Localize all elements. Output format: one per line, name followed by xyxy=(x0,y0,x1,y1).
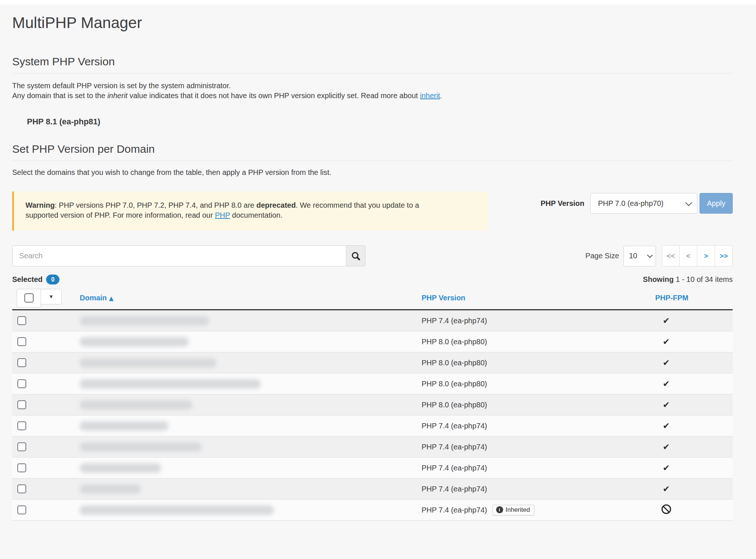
table-header-row: ▾ Domain▲ PHP Version PHP-FPM xyxy=(12,287,733,310)
warning-label: Warning xyxy=(25,201,55,209)
search-icon xyxy=(351,251,361,261)
select-all-split-button: ▾ xyxy=(17,289,80,307)
table-row: PHP 7.4 (ea-php74) ✔ xyxy=(12,310,733,331)
php-version-label: PHP Version xyxy=(540,199,584,208)
page-size-value: 10 xyxy=(629,252,637,260)
multiphp-manager-page: MultiPHP Manager System PHP Version The … xyxy=(12,14,733,521)
warning-and-apply-row: Warning: PHP versions PHP 7.0, PHP 7.2, … xyxy=(12,191,733,231)
inherited-badge: i Inherited xyxy=(492,505,535,515)
showing-items-text: Showing 1 - 10 of 34 items xyxy=(643,275,733,284)
row-php-version: PHP 7.4 (ea-php74) xyxy=(422,506,487,514)
redacted-domain-name xyxy=(80,442,202,452)
row-checkbox[interactable] xyxy=(17,463,26,472)
select-all-checkbox[interactable] xyxy=(24,293,34,303)
row-php-version: PHP 7.4 (ea-php74) xyxy=(422,422,487,430)
page-title: MultiPHP Manager xyxy=(12,14,733,32)
column-header-php-version[interactable]: PHP Version xyxy=(422,294,655,302)
fpm-enabled-check-icon: ✔ xyxy=(663,442,670,452)
system-php-description: The system default PHP version is set by… xyxy=(12,81,733,101)
row-php-version: PHP 8.0 (ea-php80) xyxy=(422,401,487,409)
row-checkbox[interactable] xyxy=(17,442,26,451)
row-php-version: PHP 8.0 (ea-php80) xyxy=(422,338,487,346)
inherited-badge-label: Inherited xyxy=(506,506,530,514)
set-php-version-heading: Set PHP Version per Domain xyxy=(12,143,733,161)
inherit-link[interactable]: inherit xyxy=(420,92,440,100)
system-php-version-heading: System PHP Version xyxy=(12,55,733,73)
row-php-version: PHP 8.0 (ea-php80) xyxy=(422,380,487,388)
row-checkbox[interactable] xyxy=(17,421,26,430)
top-strip xyxy=(0,0,756,4)
redacted-domain-name xyxy=(80,316,209,325)
php-doc-link[interactable]: PHP xyxy=(215,211,230,219)
row-checkbox[interactable] xyxy=(17,316,26,325)
row-checkbox[interactable] xyxy=(17,505,26,514)
redacted-domain-name xyxy=(80,463,161,473)
system-php-description-line2: Any domain that is set to the inherit va… xyxy=(12,91,733,101)
selected-group: Selected 0 xyxy=(12,275,59,284)
system-php-description-line1: The system default PHP version is set by… xyxy=(12,81,733,91)
fpm-enabled-check-icon: ✔ xyxy=(663,316,670,325)
chevron-down-icon xyxy=(685,199,692,206)
redacted-domain-name xyxy=(80,505,274,515)
selected-label: Selected xyxy=(12,275,42,284)
search-button[interactable] xyxy=(346,245,365,266)
table-toolbar: Page Size 10 << < > >> xyxy=(12,245,733,266)
next-page-button[interactable]: > xyxy=(697,245,715,266)
apply-button[interactable]: Apply xyxy=(700,193,733,214)
column-header-domain[interactable]: Domain▲ xyxy=(80,294,422,302)
row-checkbox[interactable] xyxy=(17,379,26,388)
table-row: PHP 7.4 (ea-php74) i Inherited xyxy=(12,500,733,521)
fpm-enabled-check-icon: ✔ xyxy=(663,337,670,346)
inherit-italic: inherit xyxy=(107,92,127,100)
row-php-version: PHP 8.0 (ea-php80) xyxy=(422,359,487,367)
row-checkbox[interactable] xyxy=(17,358,26,367)
redacted-domain-name xyxy=(80,379,261,389)
redacted-domain-name xyxy=(80,484,141,494)
column-header-php-fpm[interactable]: PHP-FPM xyxy=(655,294,733,302)
fpm-disabled-prohibited-icon xyxy=(662,504,671,514)
fpm-enabled-check-icon: ✔ xyxy=(663,400,670,410)
table-row: PHP 7.4 (ea-php74) ✔ xyxy=(12,479,733,500)
php-version-select-value: PHP 7.0 (ea-php70) xyxy=(598,199,664,208)
search-input[interactable] xyxy=(12,245,346,266)
info-icon: i xyxy=(496,506,503,513)
chevron-down-icon xyxy=(647,252,653,258)
table-row: PHP 8.0 (ea-php80) ✔ xyxy=(12,352,733,373)
fpm-enabled-check-icon: ✔ xyxy=(663,379,670,389)
row-php-version: PHP 7.4 (ea-php74) xyxy=(422,464,487,472)
pagination-controls: Page Size 10 << < > >> xyxy=(585,245,733,266)
row-checkbox[interactable] xyxy=(17,337,26,346)
row-php-version: PHP 7.4 (ea-php74) xyxy=(422,485,487,493)
select-all-checkbox-button[interactable] xyxy=(17,289,41,307)
table-row: PHP 8.0 (ea-php80) ✔ xyxy=(12,373,733,394)
redacted-domain-name xyxy=(80,400,192,410)
row-php-version: PHP 7.4 (ea-php74) xyxy=(422,317,487,325)
sort-asc-icon: ▲ xyxy=(109,295,113,302)
table-row: PHP 7.4 (ea-php74) ✔ xyxy=(12,458,733,479)
selected-count-badge: 0 xyxy=(46,275,59,284)
previous-page-button[interactable]: < xyxy=(680,245,697,266)
selection-status-row: Selected 0 Showing 1 - 10 of 34 items xyxy=(12,275,733,284)
redacted-domain-name xyxy=(80,421,168,431)
fpm-enabled-check-icon: ✔ xyxy=(663,421,670,431)
table-row: PHP 7.4 (ea-php74) ✔ xyxy=(12,436,733,458)
system-php-current-version: PHP 8.1 (ea-php81) xyxy=(27,117,733,127)
php-version-apply-controls: PHP Version PHP 7.0 (ea-php70) Apply xyxy=(540,193,733,214)
table-row: PHP 7.4 (ea-php74) ✔ xyxy=(12,415,733,436)
table-row: PHP 8.0 (ea-php80) ✔ xyxy=(12,331,733,352)
page-size-select[interactable]: 10 xyxy=(623,246,656,266)
fpm-enabled-check-icon: ✔ xyxy=(663,463,670,473)
caret-down-icon: ▾ xyxy=(49,294,52,300)
row-checkbox[interactable] xyxy=(17,400,26,409)
deprecation-warning-box: Warning: PHP versions PHP 7.0, PHP 7.2, … xyxy=(12,191,488,231)
last-page-button[interactable]: >> xyxy=(715,245,733,266)
select-menu-toggle-button[interactable]: ▾ xyxy=(41,289,62,304)
row-php-version: PHP 7.4 (ea-php74) xyxy=(422,443,487,451)
first-page-button[interactable]: << xyxy=(662,245,680,266)
redacted-domain-name xyxy=(80,358,216,368)
pagination-button-group: << < > >> xyxy=(662,245,733,266)
set-php-version-description: Select the domains that you wish to chan… xyxy=(12,168,733,177)
row-checkbox[interactable] xyxy=(17,484,26,493)
php-version-select[interactable]: PHP 7.0 (ea-php70) xyxy=(590,193,697,214)
fpm-enabled-check-icon: ✔ xyxy=(663,484,670,494)
